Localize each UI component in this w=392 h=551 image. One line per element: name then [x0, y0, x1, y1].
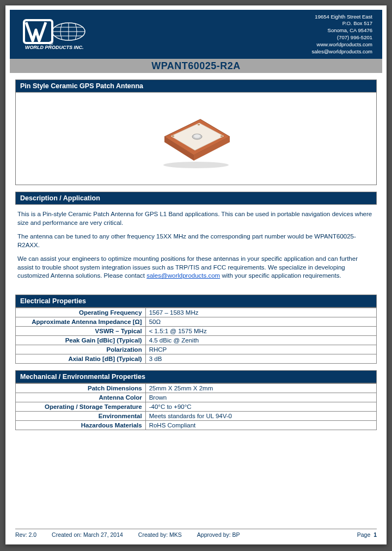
svg-point-14	[172, 135, 174, 137]
electrical-section: Electrical Properties Operating Frequenc…	[15, 295, 377, 364]
part-number: WPANT60025-R2A	[10, 59, 382, 73]
description-paragraph: The antenna can be tuned to any other fr…	[17, 232, 375, 249]
property-value: 1567 – 1583 MHz	[145, 308, 376, 317]
address-line: P.O. Box 517	[311, 20, 372, 27]
footer-page-number: 1	[373, 531, 377, 538]
property-label: Antenna Color	[16, 393, 146, 402]
footer-created-by: Created by: MKS	[138, 531, 182, 538]
property-label: Polarization	[16, 345, 146, 354]
company-address: 19654 Eighth Street East P.O. Box 517 So…	[311, 14, 372, 56]
svg-point-17	[163, 162, 229, 168]
property-value: 4.5 dBic @ Zenith	[145, 335, 376, 345]
content-area: Pin Style Ceramic GPS Patch Antenna	[5, 73, 387, 529]
footer-created-on: Created on: March 27, 2014	[52, 531, 123, 538]
property-label: Axial Ratio [dB] (Typical)	[16, 354, 146, 363]
datasheet-page: WORLD PRODUCTS INC. ® 19654 Eighth Stree…	[5, 5, 387, 544]
antenna-image	[142, 101, 250, 177]
electrical-table: Operating Frequency1567 – 1583 MHzApprox…	[15, 308, 377, 364]
page-footer: Rev: 2.0 Created on: March 27, 2014 Crea…	[15, 529, 377, 538]
table-row: Approximate Antenna Impedance [Ω]50Ω	[16, 317, 377, 326]
table-row: Operating / Storage Temperature-40°C to …	[16, 402, 377, 411]
table-row: Patch Dimensions25mm X 25mm X 2mm	[16, 383, 377, 393]
table-row: Operating Frequency1567 – 1583 MHz	[16, 308, 377, 317]
property-label: VSWR – Typical	[16, 326, 146, 335]
product-title-header: Pin Style Ceramic GPS Patch Antenna	[15, 79, 377, 93]
property-label: Hazardous Materials	[16, 420, 146, 430]
address-line: sales@worldproducts.com	[311, 48, 372, 56]
table-row: Hazardous MaterialsRoHS Compliant	[16, 420, 377, 430]
description-paragraph: This is a Pin-style Ceramic Patch Antenn…	[17, 210, 375, 227]
property-label: Operating Frequency	[16, 308, 146, 317]
svg-point-16	[198, 124, 200, 125]
property-value: Meets standards for UL 94V-0	[145, 411, 376, 420]
property-label: Peak Gain [dBic] (Typical)	[16, 335, 146, 345]
mechanical-header: Mechanical / Environmental Properties	[15, 370, 377, 383]
property-value: < 1.5:1 @ 1575 MHz	[145, 326, 376, 335]
description-body: This is a Pin-style Ceramic Patch Antenn…	[15, 205, 377, 288]
description-text: with your specific application requireme…	[220, 272, 341, 279]
table-row: Peak Gain [dBic] (Typical)4.5 dBic @ Zen…	[16, 335, 377, 345]
property-value: 3 dB	[145, 354, 376, 363]
table-row: VSWR – Typical< 1.5:1 @ 1575 MHz	[16, 326, 377, 335]
part-number-bar: WPANT60025-R2A	[10, 59, 382, 73]
description-section: Description / Application This is a Pin-…	[15, 192, 377, 288]
address-line: Sonoma, CA 95476	[311, 27, 372, 34]
table-row: PolarizationRHCP	[16, 345, 377, 354]
electrical-header: Electrical Properties	[15, 295, 377, 308]
svg-text:®: ®	[49, 40, 53, 46]
footer-rev: Rev: 2.0	[15, 531, 36, 538]
table-row: Antenna ColorBrown	[16, 393, 377, 402]
property-value: Brown	[145, 393, 376, 402]
property-label: Approximate Antenna Impedance [Ω]	[16, 317, 146, 326]
mechanical-section: Mechanical / Environmental Properties Pa…	[15, 370, 377, 430]
footer-page-label: Page	[357, 531, 371, 538]
address-line: 19654 Eighth Street East	[311, 14, 372, 21]
table-row: Axial Ratio [dB] (Typical)3 dB	[16, 354, 377, 363]
svg-point-15	[220, 135, 223, 137]
product-image-section: Pin Style Ceramic GPS Patch Antenna	[15, 79, 377, 185]
property-label: Environmental	[16, 411, 146, 420]
property-value: RoHS Compliant	[145, 420, 376, 430]
mechanical-table: Patch Dimensions25mm X 25mm X 2mmAntenna…	[15, 383, 377, 430]
description-paragraph: We can assist your engineers to optimize…	[17, 255, 375, 280]
property-value: 25mm X 25mm X 2mm	[145, 383, 376, 393]
svg-point-13	[194, 134, 200, 138]
sales-email-link[interactable]: sales@worldproducts.com	[146, 272, 220, 279]
property-label: Operating / Storage Temperature	[16, 402, 146, 411]
footer-approved-by: Approved by: BP	[197, 531, 240, 538]
header-bar: WORLD PRODUCTS INC. ® 19654 Eighth Stree…	[10, 10, 382, 59]
property-value: -40°C to +90°C	[145, 402, 376, 411]
table-row: EnvironmentalMeets standards for UL 94V-…	[16, 411, 377, 420]
company-logo-block: WORLD PRODUCTS INC. ®	[20, 18, 90, 51]
address-line: www.worldproducts.com	[311, 41, 372, 48]
property-value: 50Ω	[145, 317, 376, 326]
property-label: Patch Dimensions	[16, 383, 146, 393]
svg-text:WORLD PRODUCTS INC.: WORLD PRODUCTS INC.	[25, 45, 84, 50]
logo-icon: WORLD PRODUCTS INC. ®	[20, 18, 90, 51]
product-image-container	[15, 93, 377, 185]
property-value: RHCP	[145, 345, 376, 354]
address-line: (707) 996-5201	[311, 34, 372, 41]
description-header: Description / Application	[15, 192, 377, 205]
